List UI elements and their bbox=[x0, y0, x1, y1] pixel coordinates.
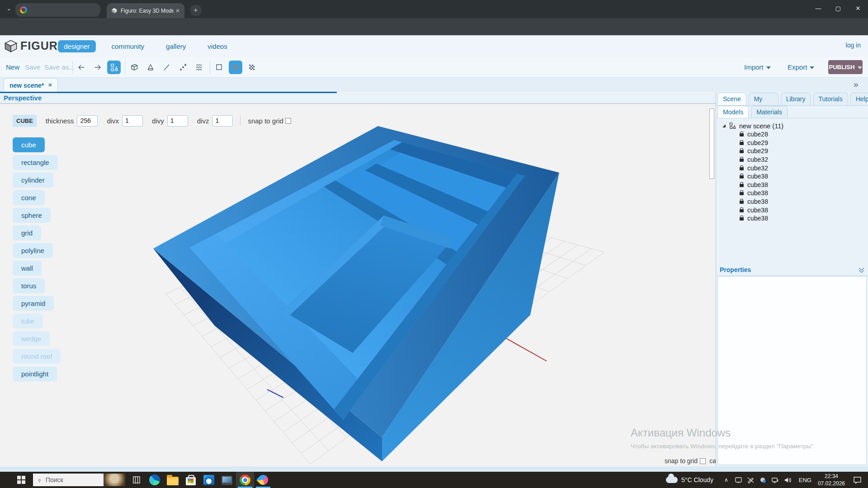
shape-button[interactable]: sphere bbox=[13, 208, 51, 223]
tree-item[interactable]: cube38 bbox=[736, 214, 768, 223]
doc-tab-close-icon[interactable]: ✖ bbox=[48, 82, 52, 88]
tree-item[interactable]: cube29 bbox=[736, 147, 768, 155]
tree-item[interactable]: cube29 bbox=[736, 139, 768, 147]
field-input[interactable] bbox=[167, 115, 188, 127]
cast-tray-icon[interactable] bbox=[735, 477, 742, 483]
shape-button[interactable]: round roof bbox=[13, 349, 61, 364]
properties-header[interactable]: Properties bbox=[716, 264, 868, 276]
field-input[interactable] bbox=[122, 115, 143, 127]
color-profile-tray-icon[interactable] bbox=[759, 477, 767, 483]
wireframe-mode-button[interactable] bbox=[212, 61, 226, 74]
tree-item[interactable]: cube38 bbox=[736, 172, 768, 181]
window-minimize-button[interactable]: — bbox=[808, 0, 828, 17]
shape-button[interactable]: rectangle bbox=[13, 155, 58, 170]
shape-button[interactable]: pyramid bbox=[13, 296, 54, 311]
shape-button[interactable]: wedge bbox=[13, 331, 50, 346]
solid-mode-button[interactable] bbox=[229, 61, 242, 74]
nav-item[interactable]: community bbox=[106, 40, 151, 52]
shape-button[interactable]: cone bbox=[13, 190, 45, 205]
save-as-button[interactable]: Save as... bbox=[44, 63, 75, 71]
taskbar-clock[interactable]: 22:34 07.02.2026 bbox=[818, 473, 845, 487]
new-button[interactable]: New bbox=[6, 63, 19, 71]
panel-tab[interactable]: Help bbox=[850, 93, 868, 105]
field-input[interactable] bbox=[77, 115, 98, 127]
publish-button[interactable]: PUBLISH bbox=[828, 60, 863, 74]
shape-button[interactable]: cylinder bbox=[13, 173, 53, 188]
search-highlight-image[interactable] bbox=[104, 474, 125, 486]
new-tab-button[interactable]: + bbox=[190, 5, 202, 16]
viewport-3d[interactable]: CUBE thickness divx divy bbox=[0, 103, 716, 466]
volume-tray-icon[interactable] bbox=[784, 477, 792, 483]
notification-center-icon[interactable] bbox=[853, 476, 862, 484]
task-view-button[interactable] bbox=[127, 472, 146, 488]
weather-cloud-icon[interactable] bbox=[666, 477, 678, 483]
tree-item[interactable]: cube32 bbox=[736, 164, 768, 172]
export-button[interactable]: Export bbox=[788, 63, 814, 71]
shape-button[interactable]: tube bbox=[13, 314, 43, 328]
shape-button[interactable]: torus bbox=[13, 278, 45, 293]
scene-tree-root[interactable]: new scene (11) bbox=[722, 122, 783, 130]
field-input[interactable] bbox=[212, 115, 233, 127]
cone-tool-button[interactable] bbox=[144, 61, 157, 74]
nav-item[interactable]: gallery bbox=[160, 40, 192, 52]
tree-item[interactable]: cube38 bbox=[736, 197, 768, 206]
textured-mode-button[interactable] bbox=[245, 61, 259, 74]
taskbar-search[interactable]: ⌕ Поиск bbox=[33, 474, 125, 486]
save-button[interactable]: Save bbox=[25, 63, 40, 71]
scene-canvas[interactable] bbox=[0, 104, 716, 466]
chrome-app-button[interactable] bbox=[236, 472, 254, 488]
window-close-button[interactable]: ✕ bbox=[848, 0, 868, 17]
shape-button[interactable]: grid bbox=[13, 225, 41, 240]
shape-button[interactable]: cube bbox=[13, 137, 45, 152]
import-button[interactable]: Import bbox=[744, 63, 771, 71]
store-app-button[interactable] bbox=[182, 472, 200, 488]
color-drop-app-button[interactable] bbox=[254, 472, 272, 488]
weather-text[interactable]: 5°C Cloudy bbox=[681, 476, 713, 483]
pool-model[interactable] bbox=[153, 126, 559, 461]
tree-item[interactable]: cube28 bbox=[736, 130, 768, 139]
photos-app-button[interactable] bbox=[218, 472, 236, 488]
browser-tab-figuro[interactable]: Figuro: Easy 3D Modeling Onlin ✕ bbox=[107, 3, 184, 18]
cube-tool-button[interactable] bbox=[127, 61, 141, 74]
window-maximize-button[interactable]: ▢ bbox=[828, 0, 848, 17]
nav-item[interactable]: videos bbox=[202, 40, 233, 52]
line-tool-button[interactable] bbox=[160, 61, 174, 74]
shape-button[interactable]: polyline bbox=[13, 243, 53, 258]
panel-tab[interactable]: Library bbox=[781, 93, 811, 105]
expand-panel-chevrons-icon[interactable]: » bbox=[854, 80, 858, 89]
collapse-chevrons-icon[interactable] bbox=[858, 267, 865, 273]
language-indicator[interactable]: ENG bbox=[799, 477, 811, 483]
snap-to-grid-checkbox[interactable] bbox=[285, 118, 291, 124]
start-button[interactable] bbox=[17, 476, 25, 484]
edge-app-button[interactable] bbox=[146, 472, 164, 488]
nav-item[interactable]: designer bbox=[58, 40, 96, 52]
pen-disabled-tray-icon[interactable] bbox=[747, 477, 755, 483]
tab-close-icon[interactable]: ✕ bbox=[175, 8, 180, 14]
snap-to-grid-bottom-chec kbox[interactable] bbox=[700, 458, 706, 464]
login-link[interactable]: log in bbox=[846, 42, 861, 49]
vertices-tool-button[interactable] bbox=[176, 61, 190, 74]
tray-overflow-chevron-icon[interactable]: ∧ bbox=[724, 477, 728, 483]
tree-item[interactable]: cube38 bbox=[736, 206, 768, 214]
network-tray-icon[interactable] bbox=[771, 477, 779, 483]
outlook-app-button[interactable] bbox=[200, 472, 218, 488]
tree-expander-icon[interactable] bbox=[722, 124, 726, 127]
tree-item[interactable]: cube38 bbox=[736, 181, 768, 189]
file-explorer-button[interactable] bbox=[164, 472, 182, 488]
panel-tab[interactable]: Scene bbox=[717, 93, 746, 105]
redo-button[interactable] bbox=[91, 61, 104, 74]
tab-search-chevron-icon[interactable]: ⌄ bbox=[4, 4, 14, 14]
undo-button[interactable] bbox=[75, 61, 88, 74]
hatch-tool-button[interactable] bbox=[193, 61, 206, 74]
panel-tab[interactable]: Tutorials bbox=[813, 93, 848, 105]
select-shapes-button[interactable] bbox=[107, 61, 121, 74]
tree-item[interactable]: cube38 bbox=[736, 189, 768, 197]
browser-tab-blank[interactable] bbox=[15, 3, 100, 17]
panel-subtab[interactable]: Materials bbox=[751, 106, 788, 118]
shape-button[interactable]: pointlight bbox=[13, 366, 57, 381]
tree-item[interactable]: cube32 bbox=[736, 155, 768, 164]
shape-button[interactable]: wall bbox=[13, 261, 42, 276]
panel-tab[interactable]: My Assets bbox=[749, 93, 778, 105]
panel-subtab[interactable]: Models bbox=[717, 106, 749, 118]
doc-tab-new-scene[interactable]: new scene* ✖ bbox=[4, 78, 58, 92]
